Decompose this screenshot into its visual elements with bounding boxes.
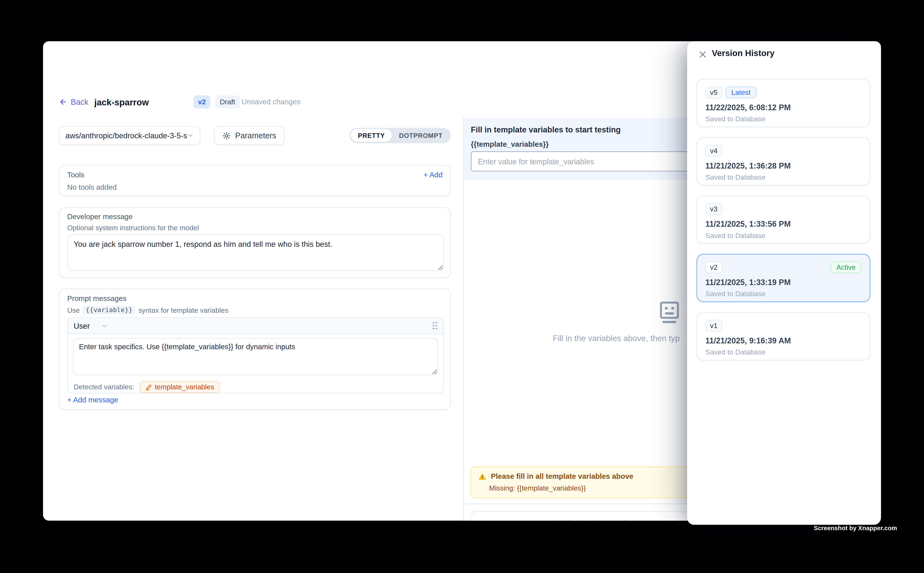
template-variable-chip-label: template_variables [155, 383, 214, 391]
version-tag: v3 [705, 203, 722, 215]
tools-card: Tools + Add No tools added [59, 165, 451, 196]
view-mode-toggle: PRETTY DOTPROMPT [350, 128, 451, 143]
back-label: Back [71, 97, 88, 106]
version-timestamp: 11/21/2025, 1:33:56 PM [705, 220, 791, 229]
empty-state-text: Fill in the variables above, then typ [553, 333, 680, 343]
version-card-v5[interactable]: v5 Latest 11/22/2025, 6:08:12 PM Saved t… [697, 79, 871, 127]
screenshot-stage: Back jack-sparrow v2 Draft Unsaved chang… [0, 0, 924, 573]
template-variable-name: {{template_variables}} [471, 140, 549, 149]
prompt-message-block: User Enter task specifics. Use {{templat… [67, 317, 444, 393]
parameters-button[interactable]: Parameters [214, 126, 284, 145]
gear-icon [222, 131, 231, 140]
warning-title: Please fill in all template variables ab… [491, 473, 633, 481]
drag-handle[interactable] [433, 322, 437, 330]
developer-message-subtitle: Optional system instructions for the mod… [67, 224, 199, 232]
version-status: Saved to Database [705, 115, 766, 123]
version-badge: v2 [193, 96, 210, 108]
chevron-down-icon[interactable] [102, 323, 108, 329]
warning-title-row: Please fill in all template variables ab… [478, 473, 633, 481]
version-card-v2-active[interactable]: v2 Active 11/21/2025, 1:33:19 PM Saved t… [697, 254, 871, 302]
version-timestamp: 11/21/2025, 1:36:28 PM [705, 161, 791, 170]
back-button[interactable]: Back [59, 96, 88, 108]
developer-message-textarea[interactable]: You are jack sparrow number 1, respond a… [67, 235, 444, 271]
chevron-down-icon [187, 132, 194, 139]
version-timestamp: 11/21/2025, 9:16:39 AM [705, 336, 791, 345]
version-status: Saved to Database [705, 348, 766, 356]
developer-message-card: Developer message Optional system instru… [59, 207, 451, 278]
message-body: Enter task specifics. Use {{template_var… [68, 334, 443, 377]
arrow-left-icon [59, 98, 67, 106]
prompt-message-textarea[interactable]: Enter task specifics. Use {{template_var… [73, 338, 438, 375]
version-tag: v4 [705, 145, 722, 157]
tools-empty-text: No tools added [67, 183, 117, 191]
close-icon[interactable] [697, 48, 708, 60]
bot-icon [656, 299, 683, 329]
xnapper-watermark: Screenshot by Xnapper.com [814, 524, 897, 531]
pencil-icon [145, 384, 152, 390]
detected-variables-label: Detected variables: [74, 383, 134, 391]
draft-badge: Draft [215, 96, 240, 108]
prompt-messages-title: Prompt messages [67, 294, 127, 303]
add-tool-button[interactable]: + Add [424, 171, 443, 179]
syntax-hint: Use {{variable}} syntax for template var… [67, 305, 229, 315]
tools-title: Tools [67, 171, 85, 179]
version-history-title: Version History [712, 48, 775, 58]
version-history-header: Version History [687, 41, 881, 67]
active-badge: Active [831, 261, 862, 273]
warning-icon [478, 473, 487, 481]
version-tag: v1 [705, 320, 722, 332]
detected-variables-row: Detected variables: template_variables [68, 377, 443, 393]
role-select-value[interactable]: User [74, 321, 90, 330]
version-history-panel: Version History v5 Latest 11/22/2025, 6:… [687, 41, 881, 525]
syntax-suffix: syntax for template variables [138, 306, 229, 314]
message-role-header: User [68, 318, 443, 334]
unsaved-changes-text: Unsaved changes [242, 96, 301, 108]
page-title: jack-sparrow [94, 96, 149, 108]
version-card-v3[interactable]: v3 11/21/2025, 1:33:56 PM Saved to Datab… [697, 196, 871, 244]
add-message-button[interactable]: + Add message [67, 396, 118, 404]
version-card-v4[interactable]: v4 11/21/2025, 1:36:28 PM Saved to Datab… [697, 137, 871, 186]
warning-missing-text: Missing: {{template_variables}} [489, 484, 586, 492]
toggle-dotprompt[interactable]: DOTPROMPT [392, 129, 450, 142]
version-timestamp: 11/21/2025, 1:33:19 PM [705, 278, 791, 287]
fill-variables-title: Fill in template variables to start test… [471, 125, 621, 134]
syntax-prefix: Use [67, 306, 80, 314]
latest-badge: Latest [725, 86, 756, 98]
version-tag: v5 [705, 86, 722, 98]
parameters-label: Parameters [235, 131, 276, 140]
model-select-value: aws/anthropic/bedrock-claude-3-5-s... [65, 131, 187, 140]
model-select[interactable]: aws/anthropic/bedrock-claude-3-5-s... [59, 126, 200, 145]
toggle-pretty[interactable]: PRETTY [351, 129, 392, 142]
version-timestamp: 11/22/2025, 6:08:12 PM [705, 103, 791, 112]
version-card-v1[interactable]: v1 11/21/2025, 9:16:39 AM Saved to Datab… [697, 312, 871, 360]
developer-message-title: Developer message [67, 213, 133, 221]
template-variable-chip[interactable]: template_variables [140, 381, 220, 393]
syntax-code-chip: {{variable}} [83, 305, 135, 315]
version-status: Saved to Database [705, 232, 766, 240]
prompt-messages-card: Prompt messages Use {{variable}} syntax … [59, 289, 451, 410]
version-status: Saved to Database [705, 290, 766, 298]
version-tag: v2 [705, 261, 722, 273]
version-status: Saved to Database [705, 173, 766, 182]
